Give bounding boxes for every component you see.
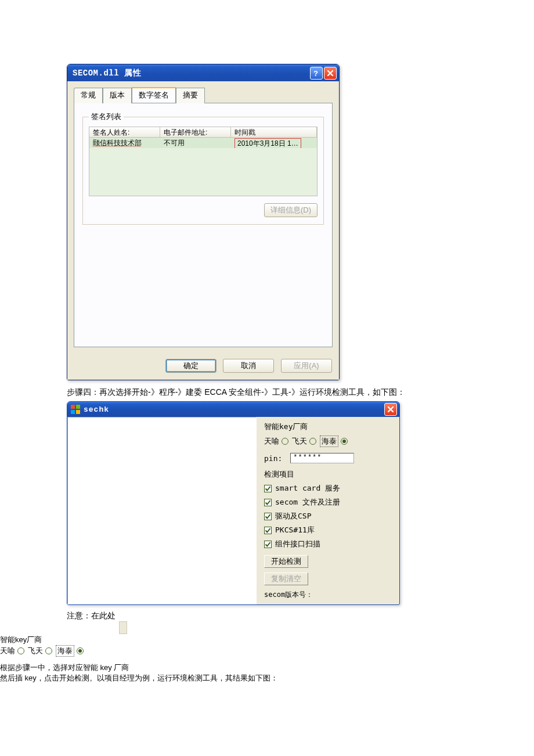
- radio-dot-icon: [45, 647, 52, 654]
- tab-digital-signature[interactable]: 数字签名: [132, 87, 176, 103]
- radio-dot-icon: [309, 438, 316, 445]
- checks-heading: 检测项目: [264, 469, 395, 480]
- radio-天喻[interactable]: 天喻: [0, 646, 24, 656]
- radio-海泰[interactable]: 海泰: [320, 435, 348, 447]
- cell-email: 不可用: [160, 138, 231, 148]
- radio-dot-icon: [282, 438, 288, 445]
- radio-飞天[interactable]: 飞天: [292, 436, 316, 447]
- check-label: PKCS#11库: [275, 525, 315, 535]
- signature-listview[interactable]: 签名人姓名: 电子邮件地址: 时间戳 颐信科技技术部 不可用 2010年3月18…: [89, 127, 317, 196]
- svg-text:?: ?: [313, 69, 318, 77]
- windows-icon: [71, 405, 80, 414]
- radio-飞天[interactable]: 飞天: [28, 646, 52, 656]
- check-item[interactable]: 驱动及CSP: [264, 511, 395, 521]
- close-icon[interactable]: [384, 403, 397, 416]
- radio-label: 天喻: [264, 436, 279, 447]
- secom-version-label: secom版本号：: [264, 590, 395, 600]
- tab-summary[interactable]: 摘要: [176, 88, 205, 103]
- note-mid: 根据步骤一中，选择对应智能 key 厂商: [0, 663, 129, 672]
- dialog-button-row: 确定 取消 应用(A): [67, 353, 339, 380]
- vendor-snippet: [119, 621, 127, 634]
- titlebar[interactable]: sechk: [67, 402, 399, 417]
- ok-button[interactable]: 确定: [165, 359, 217, 373]
- check-label: secom 文件及注册: [275, 497, 340, 507]
- sechk-dialog: sechk 智能key厂商 天喻飞天海泰 pin: ****** 检测项目 sm…: [67, 401, 400, 605]
- radio-label: 海泰: [56, 645, 74, 657]
- checkbox-icon: [264, 527, 272, 534]
- radio-海泰[interactable]: 海泰: [56, 645, 84, 657]
- signature-list-group: 签名列表 签名人姓名: 电子邮件地址: 时间戳 颐信科技技术部 不可用 2010…: [82, 111, 324, 225]
- check-item[interactable]: PKCS#11库: [264, 525, 395, 535]
- tab-content: 签名列表 签名人姓名: 电子邮件地址: 时间戳 颐信科技技术部 不可用 2010…: [74, 103, 333, 347]
- checkbox-icon: [264, 513, 272, 520]
- note-prefix: 注意：在此处: [67, 611, 116, 620]
- check-label: 驱动及CSP: [275, 511, 311, 521]
- apply-button[interactable]: 应用(A): [281, 359, 332, 373]
- checkbox-icon: [264, 485, 272, 492]
- note-line2: 然后插 key，点击开始检测。以项目经理为例，运行环境检测工具，其结果如下图：: [0, 674, 278, 682]
- start-detection-button[interactable]: 开始检测: [264, 555, 308, 568]
- checks-list: smart card 服务secom 文件及注册驱动及CSPPKCS#11库组件…: [264, 483, 395, 549]
- radio-dot-icon: [77, 647, 84, 654]
- vendor-radios: 天喻飞天海泰: [264, 435, 395, 447]
- note-paragraph: 注意：在此处: [67, 609, 534, 635]
- checkbox-icon: [264, 499, 272, 506]
- radio-label: 飞天: [28, 646, 43, 656]
- details-button[interactable]: 详细信息(D): [264, 203, 317, 217]
- radio-天喻[interactable]: 天喻: [264, 436, 288, 447]
- cell-timestamp: 2010年3月18日 1…: [231, 138, 317, 148]
- step4-paragraph: 步骤四：再次选择开始-》程序-》建委 ECCA 安全组件-》工具-》运行环境检测…: [67, 387, 534, 398]
- help-icon[interactable]: ?: [310, 67, 323, 80]
- check-item[interactable]: smart card 服务: [264, 483, 395, 494]
- pin-input[interactable]: ******: [290, 453, 354, 463]
- vendor-heading: 智能key厂商: [0, 635, 534, 645]
- window-title: sechk: [84, 405, 383, 414]
- checkbox-icon: [264, 541, 272, 548]
- titlebar[interactable]: SECOM.dll 属性 ?: [67, 64, 339, 81]
- pin-label: pin:: [264, 454, 282, 463]
- col-signer[interactable]: 签名人姓名:: [89, 127, 160, 138]
- controls-pane: 智能key厂商 天喻飞天海泰 pin: ****** 检测项目 smart ca…: [258, 417, 399, 604]
- vendor-radios: 天喻飞天海泰: [0, 645, 534, 657]
- check-item[interactable]: 组件接口扫描: [264, 539, 395, 549]
- tab-version[interactable]: 版本: [103, 88, 132, 103]
- check-label: smart card 服务: [275, 483, 340, 494]
- vendor-heading: 智能key厂商: [264, 422, 395, 432]
- radio-label: 飞天: [292, 436, 307, 447]
- signature-list-legend: 签名列表: [89, 111, 124, 122]
- radio-label: 海泰: [320, 435, 338, 447]
- check-item[interactable]: secom 文件及注册: [264, 497, 395, 507]
- copy-clear-button[interactable]: 复制清空: [264, 573, 308, 585]
- table-row[interactable]: 颐信科技技术部 不可用 2010年3月18日 1…: [89, 138, 317, 148]
- secom-properties-dialog: SECOM.dll 属性 ? 常规 版本 数字签名 摘要 签名列表 签: [67, 64, 340, 380]
- output-pane[interactable]: [67, 417, 257, 604]
- tab-general[interactable]: 常规: [74, 88, 103, 103]
- col-timestamp[interactable]: 时间戳: [231, 127, 317, 138]
- close-icon[interactable]: [324, 67, 337, 80]
- tab-strip: 常规 版本 数字签名 摘要: [74, 87, 333, 103]
- window-title: SECOM.dll 属性: [73, 68, 309, 78]
- radio-label: 天喻: [0, 646, 15, 656]
- check-label: 组件接口扫描: [275, 539, 320, 549]
- cell-signer: 颐信科技技术部: [89, 138, 160, 148]
- radio-dot-icon: [341, 438, 348, 445]
- radio-dot-icon: [17, 647, 24, 654]
- cancel-button[interactable]: 取消: [223, 359, 274, 373]
- col-email[interactable]: 电子邮件地址:: [160, 127, 231, 138]
